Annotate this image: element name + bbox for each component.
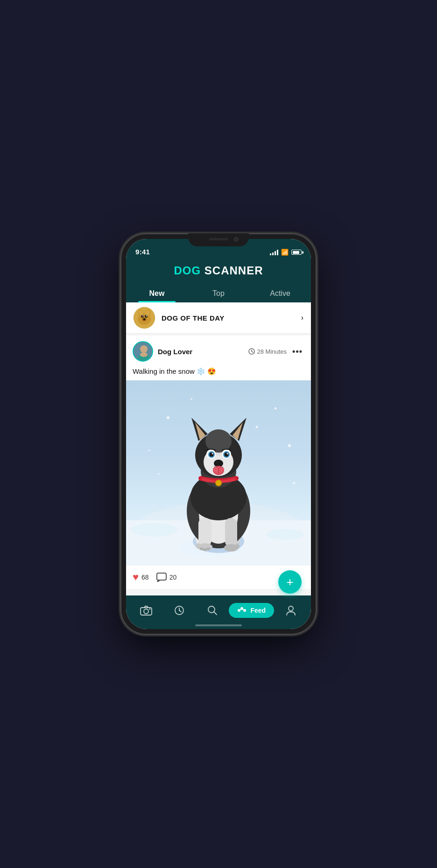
nav-camera[interactable] [130,602,163,618]
signal-bar-1 [270,253,271,255]
avatar [133,341,153,362]
svg-point-69 [158,473,160,475]
dog-of-the-day-banner[interactable]: DOG OF THE DAY › [126,302,311,334]
fab-add-button[interactable]: + [278,570,302,594]
signal-bars-icon [270,250,278,255]
feed-pill: Feed [229,603,274,618]
svg-point-23 [266,529,303,540]
app-header: DOG SCANNER [126,259,311,284]
svg-point-52 [212,453,213,455]
svg-point-13 [140,345,148,353]
svg-point-7 [145,315,148,318]
signal-bar-4 [277,250,278,255]
svg-point-6 [141,315,144,318]
battery-icon [291,250,302,255]
svg-point-65 [148,449,150,451]
comment-action[interactable]: 20 [156,573,177,582]
svg-point-55 [225,453,229,457]
nav-profile[interactable] [274,602,307,619]
svg-rect-33 [198,518,211,546]
avatar-svg [134,342,153,362]
tab-active[interactable]: Active [249,284,311,302]
feed-label: Feed [250,607,266,614]
svg-line-18 [252,351,253,352]
clock-icon [248,348,255,355]
fab-plus-icon: + [286,576,293,588]
svg-point-66 [288,444,291,447]
comment-icon [156,573,167,582]
svg-point-56 [227,453,228,455]
svg-point-64 [275,407,277,410]
like-action[interactable]: ♥ 68 [133,571,149,583]
post-caption: Walking in the snow ❄️ 😍 [126,367,311,380]
svg-point-85 [289,606,293,611]
username-label: Dog Lover [158,348,192,356]
dog-of-day-chevron: › [301,314,303,322]
svg-point-62 [216,481,221,485]
app-title-scanner: SCANNER [201,264,263,277]
app-title-dog: DOG [174,264,201,277]
post-time: 28 Minutes [248,348,287,355]
svg-point-70 [293,482,296,484]
feed-icon [237,607,247,614]
wifi-icon: 📶 [281,249,289,256]
camera-icon [140,605,152,616]
tab-new[interactable]: New [126,284,188,302]
svg-point-22 [131,523,177,537]
svg-point-67 [190,398,192,400]
svg-point-74 [149,609,151,610]
nav-search[interactable] [196,602,229,619]
post-time-row: 28 Minutes ••• [248,347,305,357]
status-time: 9:41 [135,248,150,256]
dog-of-day-image [134,307,155,329]
nav-history[interactable] [163,602,196,619]
svg-point-73 [144,609,148,614]
svg-point-8 [142,315,143,316]
comments-count: 20 [169,574,177,581]
signal-bar-3 [275,251,276,255]
content-area: DOG OF THE DAY › [126,302,311,595]
dog-of-day-avatar [134,307,155,329]
search-icon [207,605,218,616]
heart-icon: ♥ [133,571,139,583]
svg-point-36 [224,544,238,552]
nav-feed[interactable]: Feed [229,600,274,621]
dog-of-day-label: DOG OF THE DAY [162,314,301,322]
post-card: Dog Lover 28 Minutes [126,336,311,589]
battery-fill [293,251,299,254]
dog-face-svg [134,307,155,329]
svg-point-63 [167,416,169,419]
svg-point-68 [256,426,258,428]
post-time-label: 28 Minutes [257,348,287,355]
history-icon [174,605,185,616]
likes-count: 68 [141,574,149,581]
dog-image-svg [126,380,311,565]
svg-line-77 [179,610,181,612]
post-header: Dog Lover 28 Minutes [126,336,311,367]
post-image [126,380,311,565]
tab-bar: New Top Active [126,284,311,302]
svg-rect-71 [157,573,166,580]
signal-bar-2 [272,252,274,255]
svg-rect-34 [225,518,237,547]
svg-point-58 [216,462,218,463]
more-options-button[interactable]: ••• [290,347,304,357]
svg-point-9 [146,315,147,316]
svg-line-79 [214,612,217,615]
svg-point-37 [200,547,204,550]
status-icons: 📶 [270,249,302,256]
svg-point-38 [203,548,207,551]
svg-point-39 [206,547,210,550]
svg-point-51 [210,453,214,457]
svg-point-15 [140,352,148,357]
app-title: DOG SCANNER [126,264,311,277]
tab-top[interactable]: Top [188,284,249,302]
svg-point-11 [143,318,146,321]
profile-icon [285,605,296,616]
home-indicator [195,624,242,626]
